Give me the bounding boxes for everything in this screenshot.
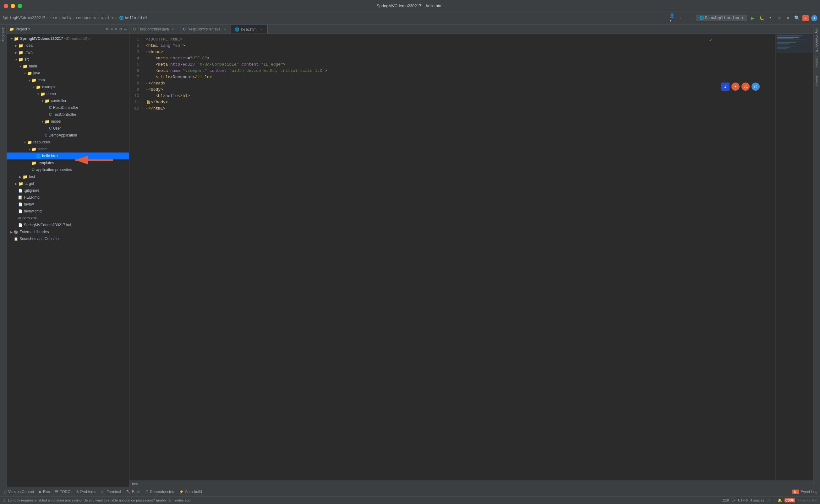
breadcrumb-file[interactable]: 🌐hello.html (119, 16, 147, 20)
title-bar: SpringMVCdemo230217 – hello.html (0, 0, 820, 12)
tree-item-static[interactable]: ▾ 📁 static (7, 146, 129, 153)
code-line-6: <meta name="viewport" content="width=dev… (146, 68, 772, 74)
firefox-icon[interactable]: 🦊 (742, 83, 750, 91)
user-icon[interactable]: 👤 ▾ (670, 15, 676, 21)
settings-icon[interactable]: ⚙ (119, 26, 122, 32)
cursor-position[interactable]: 12:8 (722, 498, 729, 502)
status-message: Lombok requires enabled annotation proce… (8, 498, 191, 502)
nav-back-icon[interactable]: ← (678, 15, 685, 21)
tree-item-templates[interactable]: 📁 templates (7, 159, 129, 166)
breadcrumb-main[interactable]: main (62, 16, 71, 20)
run-icon: ▶ (39, 490, 42, 494)
tree-item-model[interactable]: ▾ 📁 model (7, 118, 129, 125)
tab-testcontroller[interactable]: C TestController.java ✕ (129, 25, 179, 34)
bottom-item-version-control[interactable]: ⎇ Version Control (3, 490, 34, 494)
right-panel-codota[interactable]: Codota (814, 55, 819, 69)
tree-item-com[interactable]: ▾ 📁 com (7, 77, 129, 83)
bottom-item-todo[interactable]: ☰ TODO (55, 490, 70, 494)
tree-item-resources[interactable]: ▾ 📁 resources (7, 139, 129, 146)
html-icon: 🌐 (235, 27, 240, 32)
tree-item-hello-html[interactable]: 🌐 hello.html (7, 153, 129, 159)
close-panel-icon[interactable]: ✕ (115, 26, 117, 32)
tree-item-src[interactable]: ▾ 📁 src (7, 56, 129, 63)
bottom-item-terminal[interactable]: >_ Terminal (101, 490, 121, 494)
tree-item-mvn[interactable]: ▶ 📁 .mvn (7, 49, 129, 56)
jetbrains-icon[interactable]: J (721, 83, 730, 91)
java-c-icon: C (183, 27, 186, 31)
tree-item-user[interactable]: C User (7, 125, 129, 132)
status-right: 12:8 LF UTF-8 4 spaces ⎇ ↑ 🔔 CSDN @xiaol… (722, 498, 817, 502)
tree-item-iml[interactable]: 📄 SpringMVCdemo230217.iml (7, 222, 129, 228)
right-panel-key-promoter[interactable]: Key Promoter X (814, 26, 819, 54)
collapse-icon[interactable]: ≡ (110, 27, 113, 32)
tree-item-example[interactable]: ▾ 📁 example (7, 83, 129, 90)
right-panel-maven[interactable]: Maven (814, 73, 819, 88)
tab-close-testcontroller[interactable]: ✕ (170, 27, 175, 31)
breadcrumb-static[interactable]: static (101, 16, 114, 20)
stop-button[interactable]: ⏹ (776, 15, 782, 21)
edge-icon[interactable]: ⬡ (752, 83, 760, 91)
project-label[interactable]: Project (1, 26, 6, 43)
minimize-button[interactable] (11, 4, 15, 8)
debug-button[interactable]: 🐛 (758, 15, 765, 21)
maximize-button[interactable] (18, 4, 22, 8)
tree-item-main[interactable]: ▾ 📁 main (7, 63, 129, 70)
tree-item-testcontroller[interactable]: C TestController (7, 111, 129, 118)
code-area[interactable]: ✓ J ● 🦊 ⬡ <!DOCTYPE html> <html lang="en… (142, 34, 775, 480)
search-icon[interactable]: 🔍 (794, 15, 800, 21)
auto-build-icon: ⚡ (179, 490, 184, 494)
tree-item-pom[interactable]: m pom.xml (7, 215, 129, 222)
tree-item-demoapplication[interactable]: C DemoApplication (7, 132, 129, 139)
java-class-icon: C (45, 133, 47, 137)
code-line-8: ▾</head> (146, 80, 772, 87)
tab-respcontroller[interactable]: C RespController.java ✕ (179, 25, 231, 34)
chrome-icon[interactable]: ● (731, 83, 740, 91)
tree-item-target[interactable]: ▶ 📁 target (7, 180, 129, 187)
bottom-item-run[interactable]: ▶ Run (39, 490, 50, 494)
bottom-item-event-log[interactable]: S+ Event Log (792, 490, 817, 494)
breadcrumb-project[interactable]: SpringMVCdemo230217 (3, 16, 46, 20)
encoding[interactable]: UTF-8 (738, 498, 748, 502)
tree-item-respcontroller[interactable]: C RespController (7, 104, 129, 111)
line-ending[interactable]: LF (731, 498, 736, 502)
tab-close-respcontroller[interactable]: ✕ (223, 27, 227, 31)
tree-item-external-libs[interactable]: ▶ 📚 External Libraries (7, 228, 129, 235)
tree-item-root[interactable]: ▾ 📁 SpringMVCdemo230217 ~/Downloads/Spr (7, 35, 129, 42)
tabs-more-button[interactable]: ⋮ (803, 25, 813, 34)
locate-icon[interactable]: ⊕ (106, 26, 108, 32)
folder-icon: 📁 (27, 140, 32, 145)
bottom-item-dependencies[interactable]: ⊞ Dependencies (145, 490, 174, 494)
breadcrumb-src[interactable]: src (50, 16, 57, 20)
run-config-button[interactable]: 🌐 DemoApplication ▾ (696, 15, 747, 21)
tree-item-scratches[interactable]: 📋 Scratches and Consoles (7, 235, 129, 242)
folder-icon: 📁 (14, 36, 19, 41)
tree-item-idea[interactable]: ▶ 📁 .idea (7, 42, 129, 49)
plugin-icon[interactable]: ● (811, 15, 817, 21)
tab-hello-html[interactable]: 🌐 hello.html ✕ (231, 25, 268, 34)
close-button[interactable] (4, 4, 8, 8)
bottom-item-auto-build[interactable]: ⚡ Auto-build (179, 490, 202, 494)
tab-close-hello-html[interactable]: ✕ (259, 27, 264, 32)
tree-item-mvnwcmd[interactable]: 📄 mvnw.cmd (7, 208, 129, 215)
tree-item-gitignore[interactable]: 📄 .gitignore (7, 187, 129, 194)
folder-icon: 📁 (45, 99, 50, 103)
project-panel-toggle[interactable]: Project (0, 24, 7, 487)
tree-item-demo[interactable]: ▾ 📁 demo (7, 90, 129, 97)
breadcrumb-resources[interactable]: resources (76, 16, 96, 20)
svg-rect-12 (776, 34, 813, 53)
tree-item-helpmd[interactable]: 📝 HELP.md (7, 194, 129, 201)
bottom-item-build[interactable]: 🔨 Build (126, 490, 140, 494)
translate-icon[interactable]: ⇄ (785, 15, 791, 21)
csdn-icon[interactable]: C (802, 15, 809, 21)
indent[interactable]: 4 spaces (750, 498, 764, 502)
hide-icon[interactable]: — (124, 27, 127, 32)
tree-item-test[interactable]: ▶ 📁 test (7, 173, 129, 180)
nav-forward-icon[interactable]: → (687, 15, 693, 21)
tree-item-controller[interactable]: ▾ 📁 controller (7, 97, 129, 104)
tree-item-java-folder[interactable]: ▾ 📁 java (7, 70, 129, 77)
bottom-item-problems[interactable]: ⚠ Problems (76, 490, 96, 494)
tree-item-app-props[interactable]: ⚙ application.properties (7, 166, 129, 173)
coverage-button[interactable]: ☂ (767, 15, 774, 21)
tree-item-mvnw[interactable]: 📄 mvnw (7, 201, 129, 208)
run-button[interactable]: ▶ (750, 15, 756, 21)
